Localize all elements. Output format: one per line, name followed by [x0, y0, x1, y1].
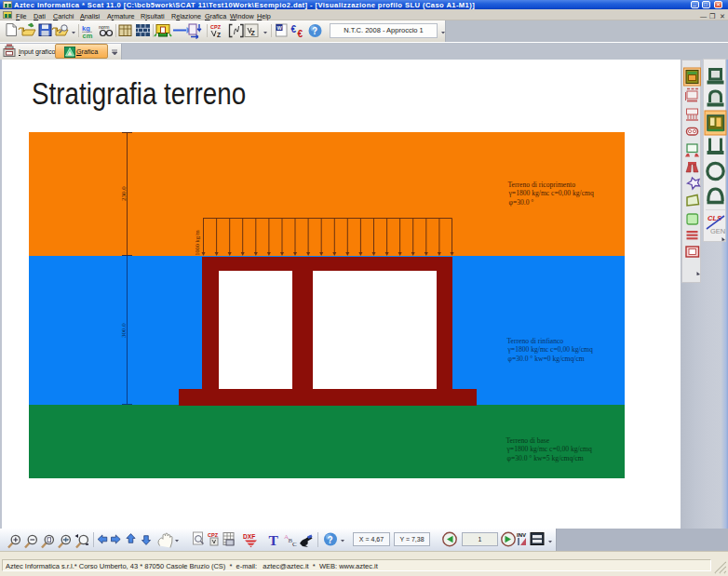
svg-text:Terreno di base: Terreno di base [506, 436, 550, 445]
svg-text:INV: INV [517, 532, 526, 538]
svg-text:?: ? [328, 535, 333, 545]
svg-text:φ=30.0 ° kw=0 kg/cmq/cm: φ=30.0 ° kw=0 kg/cmq/cm [508, 355, 585, 363]
svg-text:GEN: GEN [710, 227, 725, 235]
svg-text:φ=30.0 °: φ=30.0 ° [509, 198, 534, 207]
svg-text:DXF: DXF [243, 533, 255, 540]
svg-text:φ=30.0 ° kw=5 kg/cmq/cm: φ=30.0 ° kw=5 kg/cmq/cm [507, 454, 584, 462]
svg-text:1000 kg/m: 1000 kg/m [194, 230, 200, 256]
svg-text:C: C [292, 541, 297, 548]
svg-text:γ=1800 kg/mc c=0,00 kg/cmq: γ=1800 kg/mc c=0,00 kg/cmq [506, 445, 592, 453]
svg-text:norm: norm [99, 24, 109, 30]
svg-text:?: ? [312, 26, 317, 36]
svg-text:Terreno di ricoprimento: Terreno di ricoprimento [508, 181, 576, 189]
svg-text:W: W [277, 25, 283, 31]
svg-text:T: T [269, 532, 279, 548]
svg-text:Z: Z [217, 32, 221, 38]
svg-text:γ=1800 kg/mc c=0,00 kg/cmq: γ=1800 kg/mc c=0,00 kg/cmq [507, 345, 593, 354]
svg-text:CPZ: CPZ [208, 532, 219, 538]
svg-text:300.0: 300.0 [120, 323, 128, 338]
svg-text:230.0: 230.0 [120, 186, 128, 201]
svg-text:CLS: CLS [708, 214, 721, 222]
svg-text:γ=1800 kg/mc c=0,00 kg/cmq: γ=1800 kg/mc c=0,00 kg/cmq [508, 189, 594, 197]
svg-text:Z: Z [251, 30, 256, 36]
svg-text:CPZ: CPZ [210, 24, 222, 30]
svg-text:€: € [291, 24, 297, 34]
svg-text:€: € [298, 29, 303, 39]
svg-text:cm: cm [83, 32, 93, 40]
svg-text:Terreno di rinfianco: Terreno di rinfianco [507, 337, 564, 345]
